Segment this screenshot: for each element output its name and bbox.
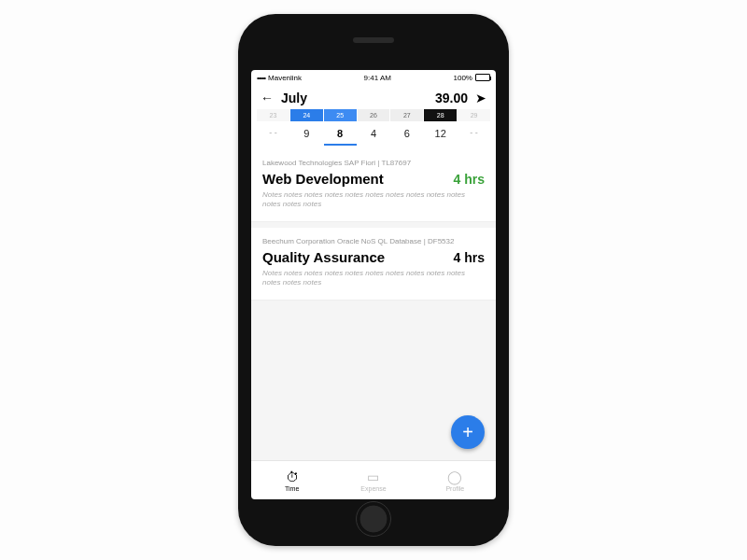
weekday-cell[interactable]: 28 [424,109,457,121]
week-day-strip: 23 24 25 26 27 28 29 [251,109,496,121]
tab-profile[interactable]: ◯ Profile [415,461,496,499]
hours-label: 4 hrs [454,172,485,187]
week-total: 39.00 [435,91,468,105]
weekday-cell[interactable]: 24 [290,109,323,121]
phone-frame: ••••• Mavenlink 9:41 AM 100% ← July 39.0… [238,14,509,546]
month-label[interactable]: July [281,91,307,105]
time-entry-card[interactable]: Lakewood Technologies SAP Fiori | TL8769… [251,149,496,222]
clock-icon: ⏱ [286,469,299,484]
weekday-cell[interactable]: 26 [358,109,390,121]
tab-label: Expense [360,485,386,492]
weekday-cell[interactable]: 29 [458,109,490,121]
tab-label: Time [285,485,299,492]
hours-cell[interactable]: 4 [358,123,390,146]
plus-icon: + [462,422,473,443]
week-hours-row: - - 9 8 4 6 12 - - [251,121,496,149]
tab-expense[interactable]: ▭ Expense [332,461,414,499]
clock: 9:41 AM [364,74,391,82]
task-label: Web Development [262,171,384,187]
battery-percent: 100% [454,74,472,82]
carrier-label: Mavenlink [268,74,302,82]
task-label: Quality Assurance [262,249,385,265]
weekday-cell[interactable]: 23 [257,109,289,121]
battery-icon [475,74,490,81]
submit-arrow-icon[interactable]: ➤ [475,91,486,105]
time-entry-card[interactable]: Beechum Corporation Oracle NoS QL Databa… [251,228,496,301]
hours-cell[interactable]: 6 [390,123,423,146]
signal-icon: ••••• [257,74,265,82]
project-label: Beechum Corporation Oracle NoS QL Databa… [262,237,485,245]
project-label: Lakewood Technologies SAP Fiori | TL8769… [262,159,485,167]
hours-cell[interactable]: - - [257,123,289,146]
weekday-cell[interactable]: 25 [324,109,357,121]
tab-label: Profile [445,485,464,492]
header: ← July 39.00 ➤ [251,85,496,109]
notes-label: Notes notes notes notes notes notes note… [262,190,485,210]
status-bar: ••••• Mavenlink 9:41 AM 100% [251,70,496,85]
tab-time[interactable]: ⏱ Time [251,461,332,499]
entries-list: Lakewood Technologies SAP Fiori | TL8769… [251,149,496,460]
weekday-cell[interactable]: 27 [390,109,423,121]
hours-cell[interactable]: 8 [324,123,357,146]
hours-cell[interactable]: 9 [290,123,323,146]
notes-label: Notes notes notes notes notes notes note… [262,269,485,288]
add-entry-fab[interactable]: + [451,415,485,449]
back-arrow-icon[interactable]: ← [261,91,274,105]
receipt-icon: ▭ [367,469,379,484]
tab-bar: ⏱ Time ▭ Expense ◯ Profile [251,460,496,499]
hours-label: 4 hrs [454,250,485,265]
profile-icon: ◯ [447,469,462,484]
hours-cell[interactable]: - - [458,123,490,146]
hours-cell[interactable]: 12 [424,123,457,146]
